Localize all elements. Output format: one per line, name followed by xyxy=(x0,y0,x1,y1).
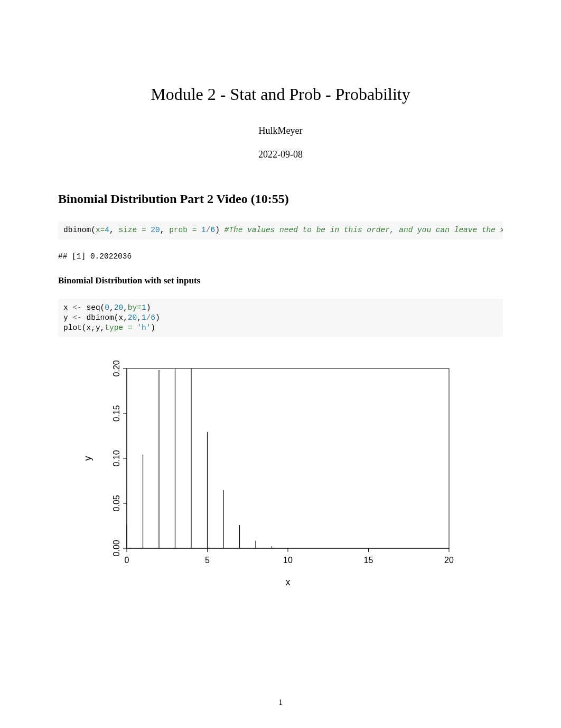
svg-text:5: 5 xyxy=(205,556,210,565)
code-token: x xyxy=(63,303,72,312)
code-token: , xyxy=(160,226,169,234)
chart-svg: 051015200.000.050.100.150.20xy xyxy=(79,358,460,591)
code-token: type = xyxy=(105,324,137,332)
code-token: 4 xyxy=(105,226,109,234)
code-token: y xyxy=(63,314,72,322)
code-block-1: dbinom(x=4, size = 20, prob = 1/6) #The … xyxy=(58,221,503,239)
code-token: plot(x,y, xyxy=(63,324,105,332)
code-token: ) xyxy=(146,303,151,312)
code-token: ) xyxy=(155,314,160,322)
code-token: 0 xyxy=(105,303,109,312)
svg-text:0.00: 0.00 xyxy=(112,540,121,557)
code-token: prob = xyxy=(169,226,201,234)
code-token: 20 xyxy=(128,314,137,322)
svg-text:0.20: 0.20 xyxy=(112,361,121,377)
code-token: <- xyxy=(72,303,81,312)
svg-text:15: 15 xyxy=(364,556,373,565)
code-token: x xyxy=(96,226,100,234)
svg-text:0.05: 0.05 xyxy=(112,495,121,512)
code-token: 1 xyxy=(142,303,146,312)
code-block-2: x <- seq(0,20,by=1) y <- dbinom(x,20,1/6… xyxy=(58,299,503,337)
svg-text:x: x xyxy=(286,577,291,587)
code-token: , xyxy=(137,314,142,322)
code-token: ) xyxy=(151,324,155,332)
code-token: 20 xyxy=(151,226,160,234)
code-token: dbinom(x, xyxy=(82,314,128,322)
date: 2022-09-08 xyxy=(58,149,503,160)
code-token: , xyxy=(109,303,114,312)
code-token: 20 xyxy=(114,303,123,312)
code-token: ( xyxy=(91,226,96,234)
svg-text:20: 20 xyxy=(444,556,454,565)
page-number: 1 xyxy=(0,698,561,707)
author: HulkMeyer xyxy=(58,125,503,136)
svg-text:0: 0 xyxy=(125,556,129,565)
chart: 051015200.000.050.100.150.20xy xyxy=(79,358,460,591)
svg-text:y: y xyxy=(82,456,93,461)
code-token: 1 xyxy=(201,226,206,234)
section-heading: Binomial Distribution Part 2 Video (10:5… xyxy=(58,192,503,206)
code-token: by= xyxy=(128,303,142,312)
code-token: , xyxy=(109,226,118,234)
code-token: , xyxy=(123,303,128,312)
document-page: Module 2 - Stat and Prob - Probability H… xyxy=(0,0,561,728)
code-token: 'h' xyxy=(137,324,151,332)
code-token: 1 xyxy=(142,314,146,322)
code-token: / xyxy=(206,226,211,234)
code-token: ) xyxy=(215,226,224,234)
code-token: 6 xyxy=(211,226,216,234)
code-token: size = xyxy=(118,226,151,234)
code-output-1: ## [1] 0.2022036 xyxy=(58,252,503,261)
svg-text:0.15: 0.15 xyxy=(112,406,121,422)
code-comment: #The values need to be in this order, an… xyxy=(225,226,503,234)
subsection-heading: Binomial Distribution with set inputs xyxy=(58,275,503,286)
page-title: Module 2 - Stat and Prob - Probability xyxy=(58,85,503,104)
svg-text:0.10: 0.10 xyxy=(112,450,121,467)
code-token: dbinom xyxy=(63,226,91,234)
svg-text:10: 10 xyxy=(283,556,293,565)
code-token: seq( xyxy=(82,303,105,312)
code-token: <- xyxy=(72,314,81,322)
code-token: 6 xyxy=(151,314,155,322)
